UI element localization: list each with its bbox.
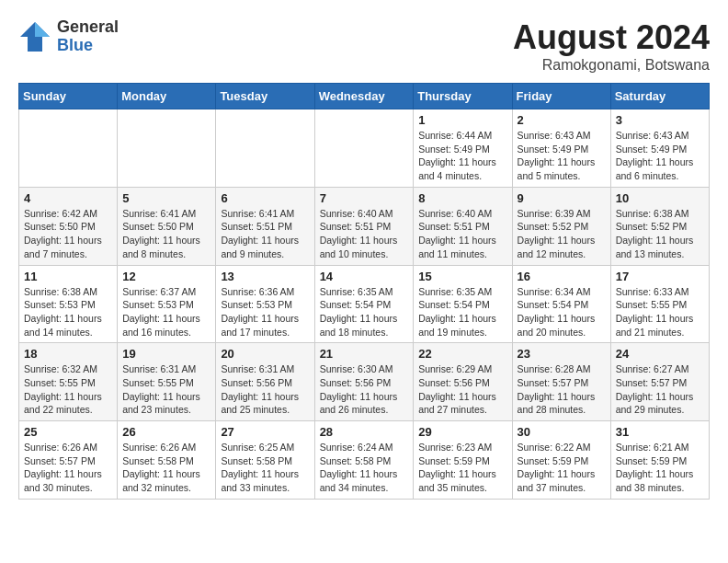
- day-info: Sunrise: 6:21 AM Sunset: 5:59 PM Dayligh…: [616, 441, 704, 495]
- calendar-week-row: 1Sunrise: 6:44 AM Sunset: 5:49 PM Daylig…: [19, 109, 710, 188]
- calendar-cell: 21Sunrise: 6:30 AM Sunset: 5:56 PM Dayli…: [314, 343, 414, 421]
- day-info: Sunrise: 6:33 AM Sunset: 5:55 PM Dayligh…: [616, 285, 704, 339]
- day-number: 20: [221, 347, 309, 361]
- calendar-cell: 8Sunrise: 6:40 AM Sunset: 5:51 PM Daylig…: [414, 187, 512, 265]
- calendar-cell: 27Sunrise: 6:25 AM Sunset: 5:58 PM Dayli…: [216, 421, 314, 500]
- title-month: August 2024: [513, 18, 710, 57]
- calendar-week-row: 25Sunrise: 6:26 AM Sunset: 5:57 PM Dayli…: [19, 421, 710, 500]
- title-block: August 2024 Ramokgonami, Botswana: [513, 18, 710, 74]
- calendar-cell: 15Sunrise: 6:35 AM Sunset: 5:54 PM Dayli…: [414, 265, 512, 343]
- calendar-cell: 11Sunrise: 6:38 AM Sunset: 5:53 PM Dayli…: [19, 265, 118, 343]
- day-info: Sunrise: 6:32 AM Sunset: 5:55 PM Dayligh…: [24, 362, 112, 417]
- day-number: 31: [616, 425, 704, 439]
- page-header: General Blue August 2024 Ramokgonami, Bo…: [18, 18, 710, 74]
- logo: General Blue: [18, 18, 119, 55]
- calendar-week-row: 11Sunrise: 6:38 AM Sunset: 5:53 PM Dayli…: [19, 265, 710, 343]
- day-number: 26: [122, 425, 210, 439]
- calendar-table: SundayMondayTuesdayWednesdayThursdayFrid…: [18, 83, 710, 500]
- day-number: 7: [320, 191, 409, 205]
- day-number: 2: [518, 113, 606, 127]
- logo-icon: [18, 20, 51, 53]
- day-info: Sunrise: 6:38 AM Sunset: 5:53 PM Dayligh…: [24, 285, 112, 339]
- calendar-cell: [118, 109, 216, 188]
- calendar-cell: 16Sunrise: 6:34 AM Sunset: 5:54 PM Dayli…: [512, 265, 610, 343]
- day-number: 14: [320, 270, 409, 283]
- calendar-cell: 29Sunrise: 6:23 AM Sunset: 5:59 PM Dayli…: [414, 421, 512, 500]
- day-info: Sunrise: 6:28 AM Sunset: 5:57 PM Dayligh…: [518, 362, 606, 417]
- calendar-header-wednesday: Wednesday: [314, 84, 414, 109]
- day-info: Sunrise: 6:44 AM Sunset: 5:49 PM Dayligh…: [418, 129, 506, 183]
- calendar-cell: 6Sunrise: 6:41 AM Sunset: 5:51 PM Daylig…: [216, 187, 314, 265]
- day-info: Sunrise: 6:26 AM Sunset: 5:58 PM Dayligh…: [122, 441, 210, 495]
- day-number: 13: [221, 270, 309, 283]
- day-info: Sunrise: 6:23 AM Sunset: 5:59 PM Dayligh…: [418, 441, 506, 495]
- day-number: 6: [221, 191, 309, 205]
- day-number: 12: [122, 270, 210, 283]
- day-info: Sunrise: 6:22 AM Sunset: 5:59 PM Dayligh…: [518, 441, 606, 495]
- calendar-cell: 23Sunrise: 6:28 AM Sunset: 5:57 PM Dayli…: [512, 343, 610, 421]
- calendar-cell: 14Sunrise: 6:35 AM Sunset: 5:54 PM Dayli…: [314, 265, 414, 343]
- day-number: 25: [24, 425, 112, 439]
- calendar-cell: 1Sunrise: 6:44 AM Sunset: 5:49 PM Daylig…: [414, 109, 512, 188]
- day-number: 1: [418, 113, 506, 127]
- logo-general: General: [57, 18, 119, 37]
- day-info: Sunrise: 6:41 AM Sunset: 5:50 PM Dayligh…: [122, 207, 210, 261]
- calendar-header-monday: Monday: [118, 84, 216, 109]
- calendar-header-friday: Friday: [512, 84, 610, 109]
- calendar-cell: 5Sunrise: 6:41 AM Sunset: 5:50 PM Daylig…: [118, 187, 216, 265]
- day-number: 19: [122, 347, 210, 361]
- logo-blue: Blue: [57, 37, 119, 55]
- day-info: Sunrise: 6:34 AM Sunset: 5:54 PM Dayligh…: [518, 285, 606, 339]
- calendar-cell: 18Sunrise: 6:32 AM Sunset: 5:55 PM Dayli…: [19, 343, 118, 421]
- day-info: Sunrise: 6:39 AM Sunset: 5:52 PM Dayligh…: [518, 207, 606, 261]
- day-number: 11: [24, 270, 112, 283]
- day-number: 4: [24, 191, 112, 205]
- calendar-cell: 20Sunrise: 6:31 AM Sunset: 5:56 PM Dayli…: [216, 343, 314, 421]
- day-number: 27: [221, 425, 309, 439]
- day-info: Sunrise: 6:35 AM Sunset: 5:54 PM Dayligh…: [418, 285, 506, 339]
- title-location: Ramokgonami, Botswana: [513, 57, 710, 74]
- calendar-header-thursday: Thursday: [414, 84, 512, 109]
- day-info: Sunrise: 6:24 AM Sunset: 5:58 PM Dayligh…: [320, 441, 409, 495]
- day-number: 22: [418, 347, 506, 361]
- day-info: Sunrise: 6:29 AM Sunset: 5:56 PM Dayligh…: [418, 362, 506, 417]
- day-number: 16: [518, 270, 606, 283]
- calendar-header-sunday: Sunday: [19, 84, 118, 109]
- calendar-cell: 25Sunrise: 6:26 AM Sunset: 5:57 PM Dayli…: [19, 421, 118, 500]
- calendar-cell: 17Sunrise: 6:33 AM Sunset: 5:55 PM Dayli…: [610, 265, 709, 343]
- day-number: 21: [320, 347, 409, 361]
- day-number: 9: [518, 191, 606, 205]
- day-info: Sunrise: 6:38 AM Sunset: 5:52 PM Dayligh…: [616, 207, 704, 261]
- day-number: 10: [616, 191, 704, 205]
- calendar-header-tuesday: Tuesday: [216, 84, 314, 109]
- day-number: 17: [616, 270, 704, 283]
- day-number: 3: [616, 113, 704, 127]
- day-number: 8: [418, 191, 506, 205]
- day-info: Sunrise: 6:27 AM Sunset: 5:57 PM Dayligh…: [616, 362, 704, 417]
- calendar-cell: 13Sunrise: 6:36 AM Sunset: 5:53 PM Dayli…: [216, 265, 314, 343]
- day-number: 18: [24, 347, 112, 361]
- calendar-cell: 30Sunrise: 6:22 AM Sunset: 5:59 PM Dayli…: [512, 421, 610, 500]
- calendar-cell: 24Sunrise: 6:27 AM Sunset: 5:57 PM Dayli…: [610, 343, 709, 421]
- day-info: Sunrise: 6:37 AM Sunset: 5:53 PM Dayligh…: [122, 285, 210, 339]
- calendar-cell: 12Sunrise: 6:37 AM Sunset: 5:53 PM Dayli…: [118, 265, 216, 343]
- logo-text: General Blue: [57, 18, 119, 55]
- calendar-cell: 26Sunrise: 6:26 AM Sunset: 5:58 PM Dayli…: [118, 421, 216, 500]
- day-info: Sunrise: 6:40 AM Sunset: 5:51 PM Dayligh…: [320, 207, 409, 261]
- day-number: 5: [122, 191, 210, 205]
- day-info: Sunrise: 6:30 AM Sunset: 5:56 PM Dayligh…: [320, 362, 409, 417]
- day-info: Sunrise: 6:25 AM Sunset: 5:58 PM Dayligh…: [221, 441, 309, 495]
- calendar-cell: [314, 109, 414, 188]
- calendar-cell: 10Sunrise: 6:38 AM Sunset: 5:52 PM Dayli…: [610, 187, 709, 265]
- day-info: Sunrise: 6:31 AM Sunset: 5:55 PM Dayligh…: [122, 362, 210, 417]
- calendar-week-row: 18Sunrise: 6:32 AM Sunset: 5:55 PM Dayli…: [19, 343, 710, 421]
- calendar-cell: 28Sunrise: 6:24 AM Sunset: 5:58 PM Dayli…: [314, 421, 414, 500]
- calendar-cell: [19, 109, 118, 188]
- day-number: 15: [418, 270, 506, 283]
- day-info: Sunrise: 6:36 AM Sunset: 5:53 PM Dayligh…: [221, 285, 309, 339]
- day-number: 30: [518, 425, 606, 439]
- calendar-cell: 9Sunrise: 6:39 AM Sunset: 5:52 PM Daylig…: [512, 187, 610, 265]
- day-info: Sunrise: 6:41 AM Sunset: 5:51 PM Dayligh…: [221, 207, 309, 261]
- calendar-week-row: 4Sunrise: 6:42 AM Sunset: 5:50 PM Daylig…: [19, 187, 710, 265]
- calendar-cell: 22Sunrise: 6:29 AM Sunset: 5:56 PM Dayli…: [414, 343, 512, 421]
